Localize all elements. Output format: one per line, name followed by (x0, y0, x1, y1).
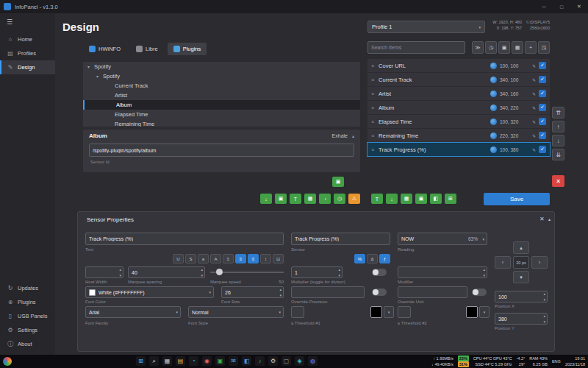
collapse-panel-icon[interactable]: ▴ (548, 216, 551, 222)
stepper-down-icon[interactable]: ▾ (279, 292, 282, 298)
stepper-up-icon[interactable]: ▴ (119, 266, 121, 272)
drag-handle-icon[interactable]: ≡ (371, 105, 374, 110)
tree-node[interactable]: ▾ Spotify (83, 62, 360, 71)
item-visible-checkbox[interactable]: ✓ (539, 76, 546, 83)
item-visible-checkbox[interactable]: ✓ (539, 62, 546, 69)
font-size-stepper[interactable]: 26 ▴ ▾ (221, 286, 284, 298)
canvas-item-row[interactable]: ≡ Elapsed Time 100, 320 ✎ ✓ (368, 115, 550, 128)
stepper-down-icon[interactable]: ▾ (338, 272, 340, 278)
slider-handle[interactable] (216, 269, 223, 275)
taskbar-app-icon[interactable]: ▦ (162, 356, 172, 366)
toolbar-button[interactable]: ◷ (485, 41, 497, 54)
sidebar-item[interactable]: ⊕ Plugins (0, 295, 55, 309)
tray-item[interactable]: ↑ 1.90MB/s ↓ 49.40KB/s (431, 355, 453, 367)
sidebar-item[interactable]: ▯ USB Panels (0, 309, 55, 323)
menu-toggle-button[interactable]: ☰ (0, 13, 55, 32)
threshold1-color-dropdown[interactable]: ▾ (384, 306, 394, 318)
stepper-down-icon[interactable]: ▾ (543, 319, 545, 325)
stepper-down-icon[interactable]: ▾ (543, 297, 545, 302)
item-visible-checkbox[interactable]: ✓ (539, 132, 546, 139)
format-button[interactable]: A (210, 254, 221, 263)
drag-handle-icon[interactable]: ≡ (371, 91, 374, 96)
font-style-select[interactable]: Normal ▾ (188, 306, 284, 318)
modifier-stepper[interactable]: ▴ ▾ (398, 266, 487, 278)
sidebar-item[interactable]: ⌂ Home (0, 32, 55, 46)
override-precision-toggle[interactable] (372, 289, 387, 296)
taskbar-app-icon[interactable]: ◧ (242, 356, 251, 366)
override-precision-input[interactable] (291, 286, 365, 298)
add-item-button[interactable]: T (290, 194, 301, 204)
toolbar-button[interactable]: ▣ (498, 41, 510, 54)
edit-icon[interactable]: ✎ (532, 133, 536, 138)
reorder-button[interactable]: ⇈ (552, 107, 564, 118)
sensor-input[interactable] (291, 233, 390, 245)
item-visible-checkbox[interactable]: ✓ (539, 118, 546, 125)
drag-handle-icon[interactable]: ≡ (371, 147, 374, 152)
sensor-mode-button[interactable]: Δ (367, 254, 378, 263)
nudge-up-button[interactable]: ▴ (513, 241, 529, 254)
delete-button[interactable]: ✕ (552, 175, 564, 187)
nudge-right-button[interactable]: › (531, 256, 548, 269)
taskbar-app-icon[interactable]: ⌕ (149, 356, 159, 366)
threshold1-value-box[interactable] (291, 306, 304, 318)
drag-handle-icon[interactable]: ≡ (371, 63, 374, 68)
tray-item[interactable]: CPU 44°C GPU 43°C SSD 44°C 5.29 GHz (473, 355, 512, 367)
threshold2-color-swatch[interactable] (466, 306, 478, 318)
format-button[interactable]: S (185, 254, 196, 263)
canvas-item-row[interactable]: ≡ Album 340, 220 ✎ ✓ (368, 101, 550, 114)
edit-icon[interactable]: ✎ (532, 77, 536, 82)
collapse-icon[interactable]: ▴ (352, 133, 354, 138)
add-item-button[interactable]: ↓ (386, 194, 398, 204)
stepper-down-icon[interactable]: ▾ (201, 272, 203, 278)
add-item-button[interactable]: ▣ (275, 194, 287, 204)
tree-node[interactable]: ▾ Spotify (83, 71, 360, 81)
tree-node[interactable]: Album (83, 100, 360, 110)
threshold2-value-box[interactable] (398, 306, 411, 318)
minimize-button[interactable]: ─ (535, 0, 553, 13)
taskbar-app-icon[interactable]: ◈ (295, 356, 304, 366)
edit-icon[interactable]: ✎ (532, 63, 536, 68)
tray-item[interactable]: -4.2° 29° (517, 355, 526, 367)
reading-select[interactable]: NOW 63% ▾ (398, 233, 487, 245)
toolbar-button[interactable]: + (525, 41, 537, 54)
expand-icon[interactable]: ▾ (96, 74, 103, 79)
position-x-stepper[interactable]: 100 ▴ ▾ (495, 291, 548, 302)
edit-icon[interactable]: ✎ (532, 91, 536, 96)
add-item-button[interactable]: ◷ (334, 194, 345, 204)
threshold1-color-swatch[interactable] (370, 306, 382, 318)
override-unit-input[interactable] (398, 286, 467, 298)
font-color-select[interactable]: White (#FFFFFFFF) ▾ (85, 286, 214, 298)
sidebar-item[interactable]: ⚙ Settings (0, 323, 55, 337)
toolbar-button[interactable]: ▦ (512, 41, 523, 54)
taskbar-app-icon[interactable]: ⊞ (136, 356, 146, 366)
sensor-id-input[interactable] (89, 144, 354, 157)
font-family-select[interactable]: Arial ▾ (85, 306, 181, 318)
text-input[interactable] (85, 233, 284, 245)
reorder-button[interactable]: ⇊ (552, 149, 564, 160)
add-item-button[interactable]: ▦ (304, 194, 316, 204)
divisor-toggle[interactable] (372, 269, 387, 276)
stepper-down-icon[interactable]: ▾ (483, 272, 485, 278)
tray-item[interactable]: 19:01 2023/11/18 (565, 355, 585, 367)
taskbar-app-icon[interactable]: ◉ (202, 356, 212, 366)
add-item-button[interactable]: T (371, 194, 383, 204)
taskbar-app-icon[interactable]: ◍ (308, 356, 318, 366)
stepper-up-icon[interactable]: ▴ (279, 286, 282, 292)
sidebar-item[interactable]: ✎ Design (0, 60, 55, 74)
marquee-spacing-stepper[interactable]: 40 ▴ ▾ (128, 266, 205, 278)
stepper-up-icon[interactable]: ▴ (543, 313, 545, 319)
tray-item[interactable]: RAM 43% 6.25 GB (529, 355, 548, 367)
item-visible-checkbox[interactable]: ✓ (539, 146, 546, 153)
format-button[interactable]: ≡ (223, 254, 234, 263)
format-button[interactable]: ⊡ (273, 254, 284, 263)
format-button[interactable]: ≡ (248, 254, 259, 263)
reorder-button[interactable]: ↓ (552, 135, 564, 146)
nudge-down-button[interactable]: ▾ (513, 271, 529, 283)
multiplier-stepper[interactable]: 1 ▴ ▾ (291, 266, 343, 278)
item-visible-checkbox[interactable]: ✓ (539, 90, 546, 97)
override-unit-toggle[interactable] (472, 289, 487, 296)
tray-item[interactable]: 23% 31% (458, 355, 469, 367)
taskbar-app-icon[interactable]: ♪ (255, 356, 265, 366)
source-tab[interactable]: Plugins (168, 43, 207, 55)
format-button[interactable]: a (198, 254, 209, 263)
